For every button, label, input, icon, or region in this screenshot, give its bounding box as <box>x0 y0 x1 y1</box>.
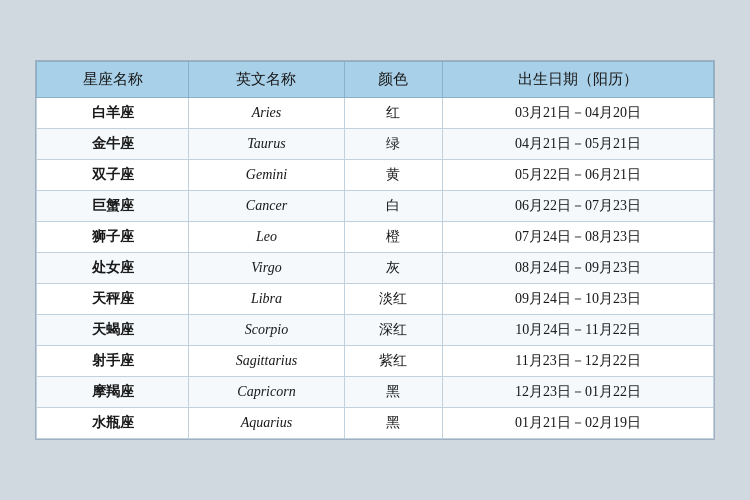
table-row: 狮子座Leo橙07月24日－08月23日 <box>37 222 714 253</box>
cell-5-3: 08月24日－09月23日 <box>443 253 714 284</box>
cell-10-2: 黑 <box>344 408 443 439</box>
cell-10-3: 01月21日－02月19日 <box>443 408 714 439</box>
cell-2-2: 黄 <box>344 160 443 191</box>
cell-0-2: 红 <box>344 98 443 129</box>
cell-4-1: Leo <box>189 222 344 253</box>
cell-0-1: Aries <box>189 98 344 129</box>
cell-6-3: 09月24日－10月23日 <box>443 284 714 315</box>
cell-8-2: 紫红 <box>344 346 443 377</box>
table-row: 金牛座Taurus绿04月21日－05月21日 <box>37 129 714 160</box>
cell-6-1: Libra <box>189 284 344 315</box>
cell-4-2: 橙 <box>344 222 443 253</box>
cell-5-0: 处女座 <box>37 253 189 284</box>
cell-9-3: 12月23日－01月22日 <box>443 377 714 408</box>
table-row: 摩羯座Capricorn黑12月23日－01月22日 <box>37 377 714 408</box>
cell-3-1: Cancer <box>189 191 344 222</box>
table-row: 射手座Sagittarius紫红11月23日－12月22日 <box>37 346 714 377</box>
table-row: 处女座Virgo灰08月24日－09月23日 <box>37 253 714 284</box>
cell-6-0: 天秤座 <box>37 284 189 315</box>
cell-3-3: 06月22日－07月23日 <box>443 191 714 222</box>
zodiac-table-container: 星座名称英文名称颜色出生日期（阳历） 白羊座Aries红03月21日－04月20… <box>35 60 715 440</box>
cell-5-1: Virgo <box>189 253 344 284</box>
cell-3-2: 白 <box>344 191 443 222</box>
zodiac-table: 星座名称英文名称颜色出生日期（阳历） 白羊座Aries红03月21日－04月20… <box>36 61 714 439</box>
cell-7-1: Scorpio <box>189 315 344 346</box>
table-row: 天秤座Libra淡红09月24日－10月23日 <box>37 284 714 315</box>
table-body: 白羊座Aries红03月21日－04月20日金牛座Taurus绿04月21日－0… <box>37 98 714 439</box>
table-row: 水瓶座Aquarius黑01月21日－02月19日 <box>37 408 714 439</box>
cell-10-1: Aquarius <box>189 408 344 439</box>
table-header-row: 星座名称英文名称颜色出生日期（阳历） <box>37 62 714 98</box>
cell-8-3: 11月23日－12月22日 <box>443 346 714 377</box>
cell-4-3: 07月24日－08月23日 <box>443 222 714 253</box>
table-row: 双子座Gemini黄05月22日－06月21日 <box>37 160 714 191</box>
header-col-0: 星座名称 <box>37 62 189 98</box>
table-row: 白羊座Aries红03月21日－04月20日 <box>37 98 714 129</box>
cell-1-3: 04月21日－05月21日 <box>443 129 714 160</box>
cell-4-0: 狮子座 <box>37 222 189 253</box>
cell-1-2: 绿 <box>344 129 443 160</box>
cell-8-0: 射手座 <box>37 346 189 377</box>
cell-0-3: 03月21日－04月20日 <box>443 98 714 129</box>
cell-9-0: 摩羯座 <box>37 377 189 408</box>
table-row: 天蝎座Scorpio深红10月24日－11月22日 <box>37 315 714 346</box>
cell-7-0: 天蝎座 <box>37 315 189 346</box>
cell-10-0: 水瓶座 <box>37 408 189 439</box>
header-col-1: 英文名称 <box>189 62 344 98</box>
cell-1-0: 金牛座 <box>37 129 189 160</box>
cell-7-3: 10月24日－11月22日 <box>443 315 714 346</box>
cell-0-0: 白羊座 <box>37 98 189 129</box>
cell-3-0: 巨蟹座 <box>37 191 189 222</box>
cell-7-2: 深红 <box>344 315 443 346</box>
header-col-2: 颜色 <box>344 62 443 98</box>
cell-5-2: 灰 <box>344 253 443 284</box>
cell-9-1: Capricorn <box>189 377 344 408</box>
cell-2-3: 05月22日－06月21日 <box>443 160 714 191</box>
cell-1-1: Taurus <box>189 129 344 160</box>
cell-2-1: Gemini <box>189 160 344 191</box>
cell-9-2: 黑 <box>344 377 443 408</box>
header-col-3: 出生日期（阳历） <box>443 62 714 98</box>
cell-8-1: Sagittarius <box>189 346 344 377</box>
cell-6-2: 淡红 <box>344 284 443 315</box>
cell-2-0: 双子座 <box>37 160 189 191</box>
table-row: 巨蟹座Cancer白06月22日－07月23日 <box>37 191 714 222</box>
